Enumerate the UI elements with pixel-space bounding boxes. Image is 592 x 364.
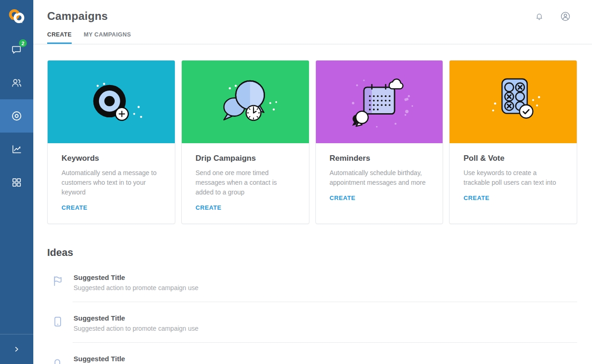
sidebar: 2 [0, 0, 33, 364]
sidebar-item-apps[interactable] [0, 166, 33, 199]
divider [73, 342, 577, 343]
idea-description: Suggested action to promote campaign use [74, 325, 198, 332]
idea-description: Suggested action to promote campaign use [74, 284, 198, 291]
target-icon [11, 110, 23, 122]
idea-row-3[interactable]: Suggested Title [47, 355, 577, 364]
sidebar-item-messages[interactable]: 2 [0, 33, 33, 66]
idea-row-2[interactable]: Suggested Title Suggested action to prom… [47, 314, 577, 332]
account-icon[interactable] [560, 11, 571, 22]
create-drip-button[interactable]: CREATE [196, 204, 222, 211]
card-description: Send one ore more timed messages when a … [196, 168, 296, 197]
idea-row-1[interactable]: Suggested Title Suggested action to prom… [47, 273, 577, 291]
card-title: Reminders [330, 154, 430, 163]
ideas-heading: Ideas [47, 247, 577, 259]
campaign-card-grid: Keywords Automatically send a message to… [47, 60, 577, 224]
create-poll-button[interactable]: CREATE [463, 194, 489, 201]
bell-icon[interactable] [534, 11, 544, 22]
card-reminders: Reminders Automatically schedule birthda… [315, 60, 444, 224]
idea-title: Suggested Title [74, 314, 198, 322]
ballot-check-illustration [476, 73, 550, 132]
sidebar-collapse-toggle[interactable] [0, 334, 33, 364]
topbar: Campaigns CREATE MY CAMPAIGNS [33, 0, 592, 44]
flag-icon [51, 275, 63, 287]
tab-create[interactable]: CREATE [47, 31, 72, 44]
phone-icon [51, 315, 63, 328]
create-keywords-button[interactable]: CREATE [62, 204, 87, 211]
sidebar-item-campaigns[interactable] [0, 99, 33, 133]
create-reminders-button[interactable]: CREATE [330, 194, 356, 201]
sidebar-item-analytics[interactable] [0, 133, 33, 166]
card-title: Keywords [62, 154, 162, 163]
grid-icon [11, 176, 23, 188]
card-description: Automatically schedule birthday, appoint… [330, 168, 430, 188]
card-description: Use keywords to create a trackable poll … [463, 168, 564, 188]
chart-icon [11, 143, 23, 155]
page-title: Campaigns [47, 10, 108, 23]
card-title: Drip Campaigns [196, 154, 296, 163]
bell-icon [51, 356, 63, 364]
unread-count-badge: 2 [19, 39, 27, 47]
people-icon [11, 77, 23, 89]
divider [73, 302, 577, 302]
main-area: Campaigns CREATE MY CAMPAIGNS [33, 0, 592, 364]
app-window: 2 [0, 0, 592, 364]
content: Keywords Automatically send a message to… [33, 44, 592, 364]
brand-logo[interactable] [8, 8, 25, 25]
reminders-card-media [316, 61, 443, 143]
tab-my-campaigns[interactable]: MY CAMPAIGNS [84, 31, 131, 44]
card-drip-campaigns: Drip Campaigns Send one ore more timed m… [181, 60, 309, 224]
card-keywords: Keywords Automatically send a message to… [47, 60, 175, 224]
card-title: Poll & Vote [463, 154, 564, 163]
card-poll-vote: Poll & Vote Use keywords to create a tra… [449, 60, 577, 224]
sidebar-item-contacts[interactable] [0, 66, 33, 99]
card-description: Automatically send a message to customer… [62, 168, 162, 197]
chat-bubbles-clock-illustration [208, 73, 282, 132]
chevron-right-icon [12, 345, 21, 354]
poll-card-media [450, 61, 577, 143]
calendar-cloud-illustration [342, 73, 416, 132]
idea-title: Suggested Title [74, 355, 125, 363]
ideas-section: Ideas Suggested Title Suggested action t… [47, 247, 577, 364]
drip-card-media [182, 61, 309, 143]
idea-title: Suggested Title [74, 273, 198, 281]
tab-bar: CREATE MY CAMPAIGNS [47, 31, 577, 44]
keywords-card-media [48, 61, 175, 143]
bullseye-plus-illustration [74, 73, 148, 132]
